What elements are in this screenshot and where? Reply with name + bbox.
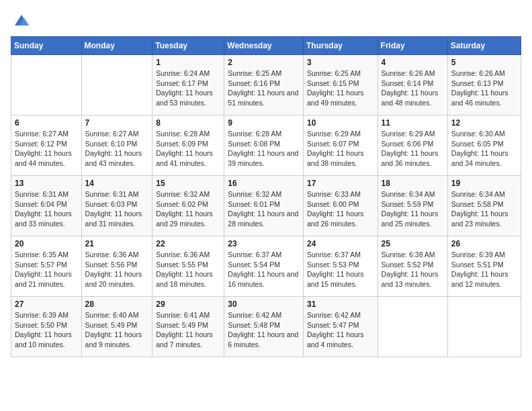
day-number: 22 — [156, 239, 220, 248]
day-info: Sunrise: 6:24 AM Sunset: 6:17 PM Dayligh… — [156, 68, 220, 108]
calendar-cell: 20Sunrise: 6:35 AM Sunset: 5:57 PM Dayli… — [11, 236, 82, 297]
day-info: Sunrise: 6:37 AM Sunset: 5:54 PM Dayligh… — [228, 250, 300, 289]
day-info: Sunrise: 6:35 AM Sunset: 5:57 PM Dayligh… — [15, 250, 78, 289]
day-number: 17 — [307, 179, 374, 188]
calendar-cell: 27Sunrise: 6:39 AM Sunset: 5:50 PM Dayli… — [11, 297, 82, 357]
day-info: Sunrise: 6:28 AM Sunset: 6:08 PM Dayligh… — [228, 129, 300, 169]
day-info: Sunrise: 6:40 AM Sunset: 5:49 PM Dayligh… — [85, 310, 149, 350]
calendar-cell: 21Sunrise: 6:36 AM Sunset: 5:56 PM Dayli… — [81, 236, 152, 297]
logo — [11, 11, 31, 30]
day-info: Sunrise: 6:29 AM Sunset: 6:06 PM Dayligh… — [382, 129, 444, 169]
calendar-cell: 22Sunrise: 6:36 AM Sunset: 5:55 PM Dayli… — [152, 236, 224, 297]
day-info: Sunrise: 6:29 AM Sunset: 6:07 PM Dayligh… — [307, 129, 374, 169]
calendar-cell: 8Sunrise: 6:28 AM Sunset: 6:09 PM Daylig… — [152, 116, 224, 176]
calendar-cell: 11Sunrise: 6:29 AM Sunset: 6:06 PM Dayli… — [378, 116, 447, 176]
day-info: Sunrise: 6:31 AM Sunset: 6:04 PM Dayligh… — [15, 189, 78, 229]
day-number: 25 — [382, 239, 444, 248]
day-info: Sunrise: 6:32 AM Sunset: 6:01 PM Dayligh… — [228, 189, 300, 229]
day-number: 21 — [85, 239, 149, 248]
day-number: 13 — [15, 179, 78, 188]
day-info: Sunrise: 6:34 AM Sunset: 5:58 PM Dayligh… — [451, 189, 517, 229]
calendar-cell: 10Sunrise: 6:29 AM Sunset: 6:07 PM Dayli… — [303, 116, 378, 176]
calendar-week-row: 6Sunrise: 6:27 AM Sunset: 6:12 PM Daylig… — [11, 116, 521, 176]
calendar-cell: 1Sunrise: 6:24 AM Sunset: 6:17 PM Daylig… — [152, 55, 224, 116]
logo-icon — [12, 11, 31, 30]
calendar-week-row: 1Sunrise: 6:24 AM Sunset: 6:17 PM Daylig… — [11, 55, 521, 116]
day-number: 18 — [382, 179, 444, 188]
day-info: Sunrise: 6:26 AM Sunset: 6:14 PM Dayligh… — [382, 68, 444, 108]
day-number: 10 — [307, 118, 374, 128]
day-info: Sunrise: 6:41 AM Sunset: 5:49 PM Dayligh… — [156, 310, 220, 350]
day-number: 5 — [451, 58, 517, 67]
day-info: Sunrise: 6:25 AM Sunset: 6:15 PM Dayligh… — [307, 68, 374, 108]
calendar-cell: 12Sunrise: 6:30 AM Sunset: 6:05 PM Dayli… — [447, 116, 521, 176]
day-number: 30 — [228, 300, 300, 309]
calendar-week-row: 13Sunrise: 6:31 AM Sunset: 6:04 PM Dayli… — [11, 176, 521, 236]
calendar-cell: 23Sunrise: 6:37 AM Sunset: 5:54 PM Dayli… — [224, 236, 304, 297]
calendar-cell: 30Sunrise: 6:42 AM Sunset: 5:48 PM Dayli… — [224, 297, 304, 357]
day-info: Sunrise: 6:28 AM Sunset: 6:09 PM Dayligh… — [156, 129, 220, 169]
calendar-cell: 3Sunrise: 6:25 AM Sunset: 6:15 PM Daylig… — [303, 55, 378, 116]
calendar-cell: 25Sunrise: 6:38 AM Sunset: 5:52 PM Dayli… — [378, 236, 447, 297]
calendar-cell: 26Sunrise: 6:39 AM Sunset: 5:51 PM Dayli… — [447, 236, 521, 297]
calendar-cell — [81, 55, 152, 116]
page-header — [11, 11, 521, 30]
day-info: Sunrise: 6:34 AM Sunset: 5:59 PM Dayligh… — [382, 189, 444, 229]
weekday-header: Friday — [378, 37, 447, 55]
calendar-cell: 13Sunrise: 6:31 AM Sunset: 6:04 PM Dayli… — [11, 176, 82, 236]
day-info: Sunrise: 6:27 AM Sunset: 6:12 PM Dayligh… — [15, 129, 78, 169]
weekday-header: Sunday — [11, 37, 82, 55]
calendar-cell — [447, 297, 521, 357]
day-number: 4 — [382, 58, 444, 67]
day-number: 11 — [382, 118, 444, 128]
calendar-cell: 6Sunrise: 6:27 AM Sunset: 6:12 PM Daylig… — [11, 116, 82, 176]
weekday-header: Thursday — [303, 37, 378, 55]
day-info: Sunrise: 6:36 AM Sunset: 5:56 PM Dayligh… — [85, 250, 149, 289]
day-number: 28 — [85, 300, 149, 309]
day-number: 2 — [228, 58, 300, 67]
calendar-week-row: 27Sunrise: 6:39 AM Sunset: 5:50 PM Dayli… — [11, 297, 521, 357]
day-info: Sunrise: 6:38 AM Sunset: 5:52 PM Dayligh… — [382, 250, 444, 289]
day-number: 8 — [156, 118, 220, 128]
day-number: 19 — [451, 179, 517, 188]
day-info: Sunrise: 6:26 AM Sunset: 6:13 PM Dayligh… — [451, 68, 517, 108]
day-number: 16 — [228, 179, 300, 188]
calendar-cell: 18Sunrise: 6:34 AM Sunset: 5:59 PM Dayli… — [378, 176, 447, 236]
calendar-cell: 14Sunrise: 6:31 AM Sunset: 6:03 PM Dayli… — [81, 176, 152, 236]
weekday-header: Monday — [81, 37, 152, 55]
day-number: 23 — [228, 239, 300, 248]
day-number: 3 — [307, 58, 374, 67]
calendar-cell: 19Sunrise: 6:34 AM Sunset: 5:58 PM Dayli… — [447, 176, 521, 236]
calendar-cell: 2Sunrise: 6:25 AM Sunset: 6:16 PM Daylig… — [224, 55, 304, 116]
day-number: 26 — [451, 239, 517, 248]
day-number: 24 — [307, 239, 374, 248]
day-number: 7 — [85, 118, 149, 128]
day-info: Sunrise: 6:32 AM Sunset: 6:02 PM Dayligh… — [156, 189, 220, 229]
day-number: 31 — [307, 300, 374, 309]
calendar-cell: 15Sunrise: 6:32 AM Sunset: 6:02 PM Dayli… — [152, 176, 224, 236]
calendar-cell — [378, 297, 447, 357]
day-info: Sunrise: 6:39 AM Sunset: 5:50 PM Dayligh… — [15, 310, 78, 350]
calendar-cell: 7Sunrise: 6:27 AM Sunset: 6:10 PM Daylig… — [81, 116, 152, 176]
day-info: Sunrise: 6:33 AM Sunset: 6:00 PM Dayligh… — [307, 189, 374, 229]
day-number: 1 — [156, 58, 220, 67]
calendar-cell: 9Sunrise: 6:28 AM Sunset: 6:08 PM Daylig… — [224, 116, 304, 176]
calendar-cell: 31Sunrise: 6:42 AM Sunset: 5:47 PM Dayli… — [303, 297, 378, 357]
day-info: Sunrise: 6:25 AM Sunset: 6:16 PM Dayligh… — [228, 68, 300, 108]
calendar-cell: 28Sunrise: 6:40 AM Sunset: 5:49 PM Dayli… — [81, 297, 152, 357]
day-number: 14 — [85, 179, 149, 188]
day-number: 6 — [15, 118, 78, 128]
weekday-header: Wednesday — [224, 37, 304, 55]
day-number: 20 — [15, 239, 78, 248]
calendar-week-row: 20Sunrise: 6:35 AM Sunset: 5:57 PM Dayli… — [11, 236, 521, 297]
calendar-cell: 4Sunrise: 6:26 AM Sunset: 6:14 PM Daylig… — [378, 55, 447, 116]
day-info: Sunrise: 6:31 AM Sunset: 6:03 PM Dayligh… — [85, 189, 149, 229]
calendar-cell: 16Sunrise: 6:32 AM Sunset: 6:01 PM Dayli… — [224, 176, 304, 236]
calendar-cell: 24Sunrise: 6:37 AM Sunset: 5:53 PM Dayli… — [303, 236, 378, 297]
calendar-cell — [11, 55, 82, 116]
day-info: Sunrise: 6:42 AM Sunset: 5:47 PM Dayligh… — [307, 310, 374, 350]
day-info: Sunrise: 6:39 AM Sunset: 5:51 PM Dayligh… — [451, 250, 517, 289]
calendar-cell: 29Sunrise: 6:41 AM Sunset: 5:49 PM Dayli… — [152, 297, 224, 357]
day-number: 15 — [156, 179, 220, 188]
day-number: 27 — [15, 300, 78, 309]
